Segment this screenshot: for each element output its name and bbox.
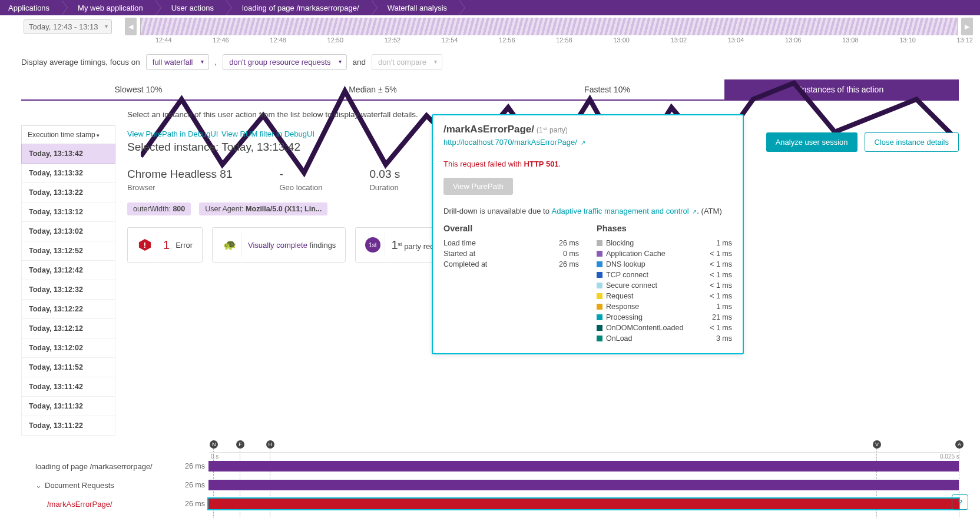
- drilldown-note: Drill-down is unavailable due to Adaptiv…: [443, 204, 732, 215]
- instance-row[interactable]: Today, 13:13:32: [21, 164, 115, 183]
- group-dropdown[interactable]: don't group resource requests: [223, 54, 346, 70]
- instance-list-header[interactable]: Execution time stamp: [21, 125, 115, 144]
- svg-text:!: !: [143, 241, 145, 250]
- popup-title: /markAsErrorPage/: [443, 124, 534, 135]
- geo-value: -: [279, 168, 322, 181]
- rum-link[interactable]: View RUM filter in DebugUI: [221, 130, 314, 138]
- instance-row[interactable]: Today, 13:12:22: [21, 300, 115, 319]
- instance-row[interactable]: Today, 13:12:32: [21, 280, 115, 300]
- duration-value: 0.03 s: [369, 168, 400, 181]
- instance-row[interactable]: Today, 13:12:42: [21, 261, 115, 280]
- visually-complete-card[interactable]: 🐢 Visually complete findings: [212, 227, 346, 263]
- analyze-session-button[interactable]: Analyze user session: [766, 132, 858, 152]
- instance-row[interactable]: Today, 13:12:12: [21, 319, 115, 338]
- adaptive-traffic-link[interactable]: Adaptive traffic management and control: [552, 207, 697, 215]
- crumb-page[interactable]: loading of page /markaserrorpage/: [226, 0, 371, 15]
- time-strip: Today, 12:43 - 13:13 ◀ ▶ 12:4412:4612:48…: [0, 15, 980, 44]
- popup-error: This request failed with HTTP 501.: [443, 160, 732, 168]
- time-prev-button[interactable]: ◀: [125, 18, 137, 35]
- error-icon: !: [133, 233, 157, 257]
- time-next-button[interactable]: ▶: [961, 18, 973, 35]
- instance-row[interactable]: Today, 13:11:32: [21, 397, 115, 416]
- external-link-icon: [691, 207, 697, 215]
- close-details-button[interactable]: Close instance details: [865, 132, 959, 152]
- tag-outerwidth: outerWidth: 800: [127, 202, 191, 215]
- instance-row[interactable]: Today, 13:11:52: [21, 358, 115, 377]
- instance-row[interactable]: Today, 13:12:02: [21, 338, 115, 358]
- waterfall: NNFFHHVVAA 0 s 0.025 s loading of page /…: [21, 449, 959, 518]
- instance-row[interactable]: Today, 13:13:22: [21, 183, 115, 202]
- purepath-link[interactable]: View PurePath in DebugUI: [127, 130, 218, 138]
- filter-prefix: Display average timings, focus on: [21, 58, 140, 67]
- instance-row[interactable]: Today, 13:12:52: [21, 241, 115, 261]
- crumb-useractions[interactable]: User actions: [155, 0, 226, 15]
- instance-row[interactable]: Today, 13:13:12: [21, 202, 115, 222]
- instance-row[interactable]: Today, 13:13:42: [21, 144, 115, 164]
- popup-url[interactable]: http://localhost:7070/markAsErrorPage/: [443, 138, 585, 147]
- breadcrumb: Applications My web application User act…: [0, 0, 980, 15]
- instance-row[interactable]: Today, 13:13:02: [21, 222, 115, 241]
- first-party-icon: 1st: [360, 233, 385, 257]
- waterfall-dropdown[interactable]: full waterfall: [146, 54, 209, 70]
- external-link-icon: [580, 138, 585, 147]
- turtle-icon: 🐢: [217, 233, 242, 257]
- instance-list: Execution time stamp Today, 13:13:42Toda…: [21, 110, 115, 436]
- crumb-waterfall[interactable]: Waterfall analysis: [371, 0, 459, 15]
- help-button[interactable]: ?: [952, 494, 968, 510]
- tag-useragent: User Agent: Mozilla/5.0 (X11; Lin...: [199, 202, 327, 215]
- sparkline[interactable]: [140, 18, 958, 35]
- instance-row[interactable]: Today, 13:11:42: [21, 377, 115, 397]
- time-range-selector[interactable]: Today, 12:43 - 13:13: [24, 19, 112, 34]
- view-purepath-button: View PurePath: [443, 178, 513, 195]
- compare-dropdown: don't compare: [372, 54, 442, 70]
- crumb-app[interactable]: My web application: [61, 0, 155, 15]
- browser-value: Chrome Headless 81: [127, 168, 232, 181]
- request-detail-popup: /markAsErrorPage/(1ˢᵗ party) http://loca…: [432, 114, 744, 354]
- error-card[interactable]: ! 1 Error: [127, 227, 203, 263]
- chevron-down-icon[interactable]: ⌄: [35, 481, 42, 490]
- instance-row[interactable]: Today, 13:11:22: [21, 416, 115, 436]
- crumb-applications[interactable]: Applications: [0, 0, 61, 15]
